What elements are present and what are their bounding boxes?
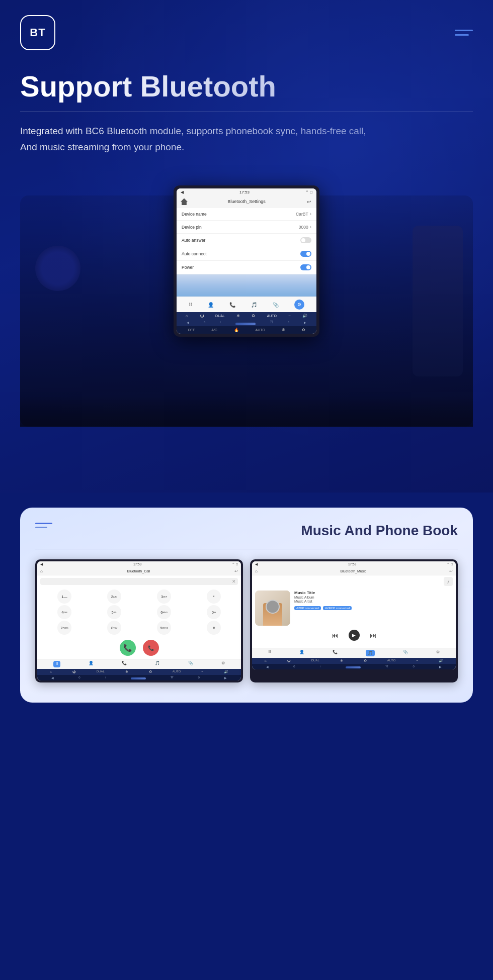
dial-hash[interactable]: # <box>207 621 221 635</box>
auto-connect-label: Auto connect <box>182 251 207 256</box>
music-tab-clip[interactable]: 📎 <box>403 650 408 656</box>
dial-2[interactable]: 2ABC <box>107 590 121 604</box>
vol-icon[interactable]: 🔊 <box>302 314 307 318</box>
p-fan-ctrl[interactable]: ⛩ <box>171 676 174 679</box>
wind-icon[interactable]: ~ <box>288 314 291 318</box>
p-pwr-ctrl[interactable]: ⏻ <box>72 670 76 674</box>
call-accept-button[interactable]: 📞 <box>120 640 136 656</box>
ac-heat-icon: 🔥 <box>234 328 239 332</box>
music-content: Music Title Music Album Music Artist A2D… <box>252 587 456 648</box>
ctrl-temp-icon[interactable]: ↑ <box>220 321 221 325</box>
m-pwr-ctrl[interactable]: ⏻ <box>287 659 291 663</box>
ctrl-zero2: 0 <box>288 321 289 325</box>
setting-row-auto-answer: Auto answer <box>177 234 316 247</box>
p-temp-ctrl[interactable]: ↑ <box>105 676 106 679</box>
tab-music-icon[interactable]: 🎵 <box>251 302 257 308</box>
phone-tab-music[interactable]: 🎵 <box>155 661 160 667</box>
music-upload-icon[interactable]: ♪ <box>444 577 453 586</box>
back-arrow-small: ◀ <box>181 190 184 194</box>
ctrl-arrow-left[interactable]: ◀ <box>187 321 189 325</box>
device-name-value[interactable]: CarBT › <box>296 211 311 217</box>
p-rec-ctrl[interactable]: ♻ <box>149 670 152 674</box>
ac-off-label[interactable]: OFF <box>188 328 195 332</box>
p-vol-ctrl[interactable]: 🔊 <box>224 670 228 674</box>
music-status-icons: ⌃ □ <box>447 562 453 566</box>
dial-4[interactable]: 4GHI <box>57 605 71 619</box>
screen-nav-bar: Bluetooth_Settings ↩ <box>177 196 316 208</box>
tab-phone-icon[interactable]: 📞 <box>229 302 235 308</box>
m-temp-ctrl[interactable]: ↑ <box>319 665 321 668</box>
device-pin-label: Device pin <box>182 225 202 230</box>
tab-settings-active[interactable]: ⚙ <box>294 300 304 310</box>
m-wind-ctrl[interactable]: ~ <box>416 659 418 663</box>
power-toggle[interactable] <box>300 264 311 270</box>
p-wind-ctrl[interactable]: ~ <box>201 670 203 674</box>
ac-fan-icon1[interactable]: ❋ <box>282 328 285 332</box>
dial-7[interactable]: 7PQRS <box>57 621 71 635</box>
p-back-ctrl[interactable]: ◀ <box>51 676 54 679</box>
tab-clip-icon[interactable]: 📎 <box>273 302 279 308</box>
home-ctrl-icon[interactable]: ⌂ <box>186 314 188 318</box>
music-tab-grid[interactable]: ⠿ <box>268 650 271 656</box>
dial-8[interactable]: 8TUV <box>107 621 121 635</box>
ac-fan-icon2[interactable]: ✿ <box>302 328 305 332</box>
play-button[interactable]: ▶ <box>349 630 360 641</box>
music-home-icon[interactable]: ⌂ <box>255 569 258 573</box>
phone-search-clear[interactable]: ✕ <box>232 579 236 584</box>
dial-9[interactable]: 9WXYZ <box>157 621 171 635</box>
ctrl-arrow-right[interactable]: ▶ <box>304 321 306 325</box>
dial-5[interactable]: 5JKL <box>107 605 121 619</box>
auto-label: AUTO <box>267 314 277 318</box>
m-back-ctrl[interactable]: ◀ <box>266 665 269 668</box>
ctrl-fan-icon[interactable]: ⛩ <box>270 321 273 325</box>
p-home-ctrl[interactable]: ⌂ <box>50 670 52 674</box>
power-ctrl-icon[interactable]: ⏻ <box>200 314 204 318</box>
music-tab-music-active[interactable]: 🎵 <box>366 650 375 656</box>
phone-tab-grid-active[interactable]: ⠿ <box>53 661 60 667</box>
ac-label[interactable]: A/C <box>211 328 217 332</box>
music-nav: ⌂ Bluetooth_Music ↩ <box>252 567 456 575</box>
music-back-icon[interactable]: ↩ <box>449 569 453 573</box>
phone-status-bar: ◀ 17:53 ⌃ □ <box>37 561 241 567</box>
recycle-icon[interactable]: ♻ <box>252 314 255 318</box>
phone-back-icon[interactable]: ↩ <box>234 569 238 573</box>
dial-3[interactable]: 3DEF <box>157 590 171 604</box>
auto-answer-toggle[interactable] <box>300 237 311 243</box>
p-fwd-ctrl[interactable]: ▶ <box>224 676 227 679</box>
dial-6[interactable]: 6MNO <box>157 605 171 619</box>
device-pin-value[interactable]: 0000 › <box>299 224 311 230</box>
home-icon[interactable] <box>181 198 188 205</box>
phone-nav-title: Bluetooth_Call <box>127 569 150 573</box>
auto-connect-toggle[interactable] <box>300 251 311 257</box>
hamburger-menu-icon[interactable] <box>455 30 473 36</box>
phone-tab-settings[interactable]: ⚙ <box>221 661 225 667</box>
tab-person-icon[interactable]: 👤 <box>208 302 214 308</box>
phone-tab-clip[interactable]: 📎 <box>188 661 193 667</box>
m-home-ctrl[interactable]: ⌂ <box>265 659 267 663</box>
snowflake-icon[interactable]: ❄ <box>236 314 240 318</box>
phone-tab-call[interactable]: 📞 <box>122 661 127 667</box>
dial-star[interactable]: * <box>207 590 221 604</box>
tab-grid-icon[interactable]: ⠿ <box>189 302 192 308</box>
m-snow-ctrl[interactable]: ❄ <box>340 659 343 663</box>
music-tab-settings[interactable]: ⚙ <box>436 650 440 656</box>
dial-1[interactable]: 1— <box>57 590 71 604</box>
m-rec-ctrl[interactable]: ♻ <box>364 659 367 663</box>
phone-search-bar[interactable]: ✕ <box>40 578 238 585</box>
p-snow-ctrl[interactable]: ❄ <box>125 670 128 674</box>
music-tab-phone[interactable]: 📞 <box>333 650 338 656</box>
phone-home-icon[interactable]: ⌂ <box>40 569 43 573</box>
m-fan-ctrl[interactable]: ⛩ <box>385 665 388 668</box>
status-icons: ⌃ □ <box>305 190 312 194</box>
music-tab-person[interactable]: 👤 <box>299 650 304 656</box>
phone-tab-person[interactable]: 👤 <box>89 661 94 667</box>
m-vol-ctrl[interactable]: 🔊 <box>439 659 443 663</box>
ac-auto-label[interactable]: AUTO <box>256 328 265 332</box>
call-reject-button[interactable]: 📞 <box>143 640 159 656</box>
music-hamburger-icon[interactable] <box>35 523 52 528</box>
next-track-button[interactable]: ⏭ <box>370 631 377 639</box>
back-icon[interactable]: ↩ <box>305 198 312 205</box>
dial-0plus[interactable]: 0+ <box>207 605 221 619</box>
m-fwd-ctrl[interactable]: ▶ <box>439 665 442 668</box>
prev-track-button[interactable]: ⏮ <box>332 631 339 639</box>
